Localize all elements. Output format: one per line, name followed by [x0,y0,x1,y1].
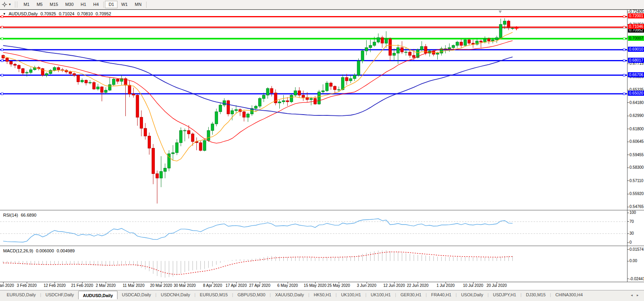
line-anchor[interactable] [623,38,625,40]
symbol-dropdown-icon[interactable]: ▼ [3,12,6,16]
ohlc-open: 0.70925 [40,11,56,16]
time-axis-label: 11 Mar 2020 [119,283,149,288]
price-axis-tickmark [627,116,629,116]
line-anchor[interactable] [1,60,3,62]
chart-tab-ger30-h1[interactable]: GER30,H1 [396,290,426,299]
rsi-axis-tick: 30 [629,231,634,236]
timeframe-button-w1[interactable]: W1 [117,1,131,8]
rsi-axis-tick: 100 [629,210,636,215]
macd-indicator-pane[interactable]: MACD(12,26,9) 0.006000 0.004989 [0,247,644,282]
tab-scroll-arrows: ◂ ▸ [631,293,640,297]
timeframe-button-m1[interactable]: M1 [20,1,33,8]
line-anchor[interactable] [1,74,3,76]
chart-tab-eurusd-daily[interactable]: EURUSD,Daily [2,290,40,299]
chart-tab-audusd-daily[interactable]: AUDUSD,Daily [78,291,117,299]
chart-tab-gbpusd-m30[interactable]: GBPUSD,M30 [233,290,270,299]
time-axis-label: 12 Feb 2020 [40,283,70,288]
chart-tab-uk100-h1[interactable]: UK100,H1 [367,290,395,299]
price-axis-tickmark [627,168,629,168]
chart-tab-china300-h4[interactable]: CHINA300,H4 [551,290,587,299]
line-anchor[interactable] [1,49,3,51]
time-axis-label: 22 Jun 2020 [403,283,433,288]
line-anchor[interactable] [623,93,625,95]
rsi-axis-tick: 70 [629,219,634,224]
price-level-label[interactable]: 0.66706 [628,72,644,77]
price-level-label[interactable]: 0.68017 [628,58,644,63]
rsi-indicator-pane[interactable]: RSI(14) 66.6890 [0,212,644,246]
time-axis-label: 6 May 2020 [273,283,303,288]
chart-header: ▼ AUDUSD,Daily 0.70925 0.71024 0.70810 0… [3,11,111,16]
timeframe-button-h4[interactable]: H4 [90,1,102,8]
line-anchor[interactable] [623,49,625,51]
price-level-label[interactable]: 0.69010 [628,47,644,52]
price-axis-tick: 0.54765 [629,204,644,209]
timeframe-button-m5[interactable]: M5 [33,1,46,8]
rsi-axis-tickmark [627,234,629,234]
macd-axis-tick: 0.015741 [629,247,644,252]
macd-label: MACD(12,26,9) 0.006000 0.004989 [3,248,75,253]
price-level-label[interactable]: 0.71046 [628,24,644,29]
timeframe-button-h1[interactable]: H1 [77,1,90,8]
rsi-axis-tickmark [627,243,629,243]
macd-value-main: 0.006000 [36,248,54,253]
chart-tab-xauusd-daily[interactable]: XAUUSD,Daily [271,290,308,299]
line-anchor[interactable] [1,38,3,40]
price-axis-tick: 0.58300 [629,165,644,170]
chart-tab-usdcnh-daily[interactable]: USDCNH,Daily [156,290,194,299]
macd-axis-tick: 0.00 [629,259,637,263]
price-axis-tickmark [627,12,629,12]
timeframe-button-m15[interactable]: M15 [46,1,61,8]
time-axis-line [0,282,644,282]
crosshair-icon [2,2,7,7]
rsi-axis-tick: 0 [629,240,632,245]
toolbar-grip[interactable] [15,2,17,7]
price-level-label[interactable]: 0.65020 [628,91,644,96]
price-level-label[interactable]: 0.70007 [628,36,644,41]
time-axis-label: 30 Mar 2020 [170,283,200,288]
line-anchor[interactable] [1,93,3,95]
line-anchor[interactable] [623,60,625,62]
toolbar-separator [103,2,104,8]
ohlc-close: 0.70952 [95,11,111,16]
rsi-axis-tickmark [627,221,629,222]
chart-tab-usoil-daily[interactable]: USOil,Daily [457,290,487,299]
chart-tab-dj30-m15[interactable]: DJ30,M15 [521,290,550,299]
tab-scroll-right-icon[interactable]: ▸ [637,293,640,297]
chart-tab-uk100-h1[interactable]: UK100,H1 [337,290,365,299]
rsi-line [3,219,513,242]
time-axis-label: 3 Feb 2020 [12,283,42,288]
price-axis-tickmark [627,194,629,194]
chart-tab-usdchf-daily[interactable]: USDCHF,Daily [41,290,78,299]
price-axis-tick: 0.60645 [629,139,644,144]
cursor-tool-dropdown-caret[interactable]: ▼ [8,3,11,6]
timeframe-button-d1[interactable]: D1 [105,1,117,8]
price-axis-tickmark [627,155,629,155]
price-level-label[interactable]: 0.72001 [628,13,644,18]
line-anchor[interactable] [623,16,625,18]
mt4-terminal-window: ▼ M1M5M15M30H1H4D1W1MN ▼ AUDUSD,Daily 0.… [0,0,644,301]
macd-canvas[interactable] [0,247,627,282]
chart-tab-usdcad-daily[interactable]: USDCAD,Daily [117,290,155,299]
line-anchor[interactable] [623,74,625,76]
price-chart-pane[interactable]: ▼ AUDUSD,Daily 0.70925 0.71024 0.70810 0… [0,9,644,210]
timeframe-button-m30[interactable]: M30 [62,1,77,8]
rsi-label: RSI(14) 66.6890 [3,213,37,217]
macd-axis-tick: -0.024412 [629,277,644,281]
time-axis-label: 27 Apr 2020 [245,283,275,288]
chart-tab-eurusd-m15[interactable]: EURUSD,M15 [196,290,232,299]
price-axis-tickmark [627,90,629,90]
time-axis-label: 2 Mar 2020 [91,283,121,288]
price-axis-tickmark [627,181,629,181]
cursor-tool-icon[interactable] [2,2,7,7]
price-axis-tick: 0.55920 [629,192,644,196]
timeframe-button-mn[interactable]: MN [131,1,145,8]
macd-signal-line [3,252,513,275]
chart-tab-fra40-h1[interactable]: FRA40,H1 [427,290,455,299]
chart-tab-hk50-h1[interactable]: HK50,H1 [309,290,336,299]
chart-tab-usdjpy-h1[interactable]: USDJPY,H1 [489,290,521,299]
tab-scroll-left-icon[interactable]: ◂ [631,293,634,297]
rsi-axis-tickmark [627,213,629,213]
time-axis-label: 1 Jul 2020 [431,283,461,288]
price-chart-canvas[interactable] [0,10,627,210]
rsi-canvas[interactable] [0,212,627,246]
